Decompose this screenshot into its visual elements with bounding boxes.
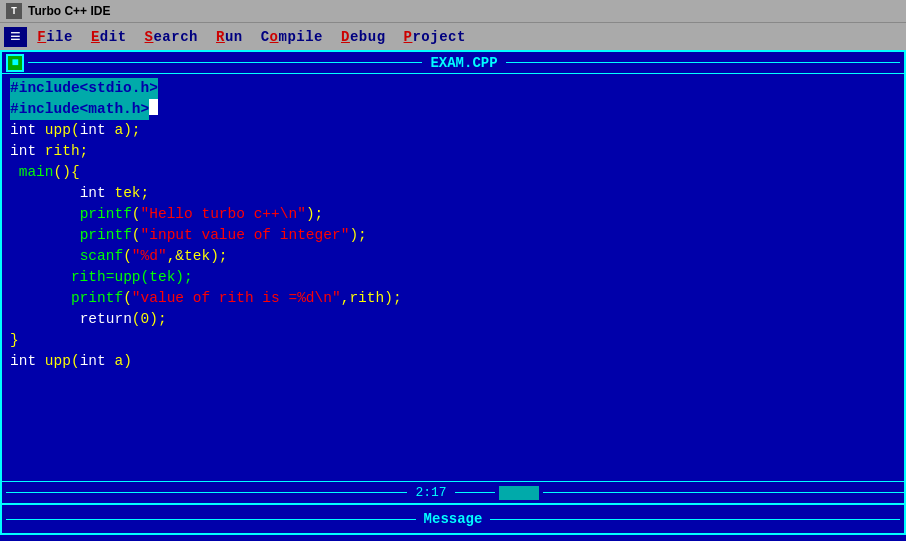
code-paren: ( [123, 288, 132, 309]
menu-edit[interactable]: Edit [83, 27, 135, 47]
code-text: #include<math.h> [10, 99, 149, 120]
code-keyword: int [10, 141, 36, 162]
code-string: "value of rith is =%d\n" [132, 288, 341, 309]
code-line-5: main(){ [10, 162, 896, 183]
code-text [10, 162, 19, 183]
app-icon: T [6, 3, 22, 19]
code-text: #include<stdio.h> [10, 78, 158, 99]
code-keyword: int [80, 351, 106, 372]
status-line-segment [367, 492, 407, 493]
code-indent [10, 267, 71, 288]
editor-title-bar: ■ EXAM.CPP [2, 52, 904, 74]
code-line-14: int upp(int a) [10, 351, 896, 372]
status-line-segment2 [455, 492, 495, 493]
cursor [149, 99, 158, 115]
cursor-position: 2:17 [407, 485, 454, 500]
code-line-11: printf("value of rith is =%d\n",rith); [10, 288, 896, 309]
menu-debug[interactable]: Debug [333, 27, 394, 47]
code-text: a); [106, 120, 141, 141]
status-bar: 2:17 [2, 481, 904, 503]
code-line-12: return(0); [10, 309, 896, 330]
code-func: main [19, 162, 54, 183]
menu-bar: ≡ File Edit Search Run Compile Debug Pro… [0, 22, 906, 50]
editor-filename: EXAM.CPP [422, 55, 505, 71]
code-indent [10, 246, 80, 267]
code-text: ,rith); [341, 288, 402, 309]
code-line-8: printf("input value of integer"); [10, 225, 896, 246]
code-line-4: int rith; [10, 141, 896, 162]
code-text: rith; [36, 141, 88, 162]
message-bar: Message [0, 505, 906, 535]
code-line-3: int upp(int a); [10, 120, 896, 141]
scrollbar-thumb[interactable] [499, 486, 539, 500]
editor-title-line-right [506, 62, 900, 63]
code-func: printf [80, 225, 132, 246]
code-text: ,&tek); [167, 246, 228, 267]
code-indent [10, 183, 80, 204]
code-text: } [10, 330, 19, 351]
code-indent [10, 288, 71, 309]
message-line-right [490, 519, 900, 520]
hamburger-menu[interactable]: ≡ [4, 27, 27, 47]
code-indent [10, 225, 80, 246]
code-paren: ); [349, 225, 366, 246]
code-line-6: int tek; [10, 183, 896, 204]
editor-container: ■ EXAM.CPP #include<stdio.h> #include<ma… [0, 50, 906, 505]
code-area[interactable]: #include<stdio.h> #include<math.h> int u… [2, 74, 904, 465]
code-indent [10, 204, 80, 225]
menu-file[interactable]: File [29, 27, 81, 47]
code-paren: ( [132, 204, 141, 225]
code-line-9: scanf("%d",&tek); [10, 246, 896, 267]
code-keyword: int [80, 120, 106, 141]
code-paren: ); [306, 204, 323, 225]
code-string: "input value of integer" [141, 225, 350, 246]
code-string: "Hello turbo c++\n" [141, 204, 306, 225]
code-text: rith=upp(tek); [71, 267, 193, 288]
code-text: tek; [106, 183, 150, 204]
code-text: (0); [132, 309, 167, 330]
code-text: (){ [54, 162, 80, 183]
code-paren: ( [132, 225, 141, 246]
code-string: "%d" [132, 246, 167, 267]
menu-search[interactable]: Search [137, 27, 206, 47]
code-keyword: return [80, 309, 132, 330]
code-keyword: int [80, 183, 106, 204]
code-indent [10, 309, 80, 330]
status-line-left [6, 492, 367, 493]
code-line-2: #include<math.h> [10, 99, 896, 120]
code-func: printf [80, 204, 132, 225]
menu-run[interactable]: Run [208, 27, 251, 47]
code-line-7: printf("Hello turbo c++\n"); [10, 204, 896, 225]
code-line-13: } [10, 330, 896, 351]
message-label: Message [416, 511, 491, 527]
code-text: upp( [36, 120, 80, 141]
app-title: Turbo C++ IDE [28, 4, 110, 18]
menu-project[interactable]: Project [396, 27, 474, 47]
editor-title-line-left [28, 62, 422, 63]
editor-close-button[interactable]: ■ [6, 54, 24, 72]
code-keyword: int [10, 120, 36, 141]
code-func: scanf [80, 246, 124, 267]
code-keyword: int [10, 351, 36, 372]
menu-compile[interactable]: Compile [253, 27, 331, 47]
status-line-end [543, 492, 904, 493]
code-line-1: #include<stdio.h> [10, 78, 896, 99]
code-text: a) [106, 351, 132, 372]
code-func: printf [71, 288, 123, 309]
message-line-left [6, 519, 416, 520]
code-paren: ( [123, 246, 132, 267]
code-text: upp( [36, 351, 80, 372]
code-line-10: rith=upp(tek); [10, 267, 896, 288]
title-bar: T Turbo C++ IDE [0, 0, 906, 22]
